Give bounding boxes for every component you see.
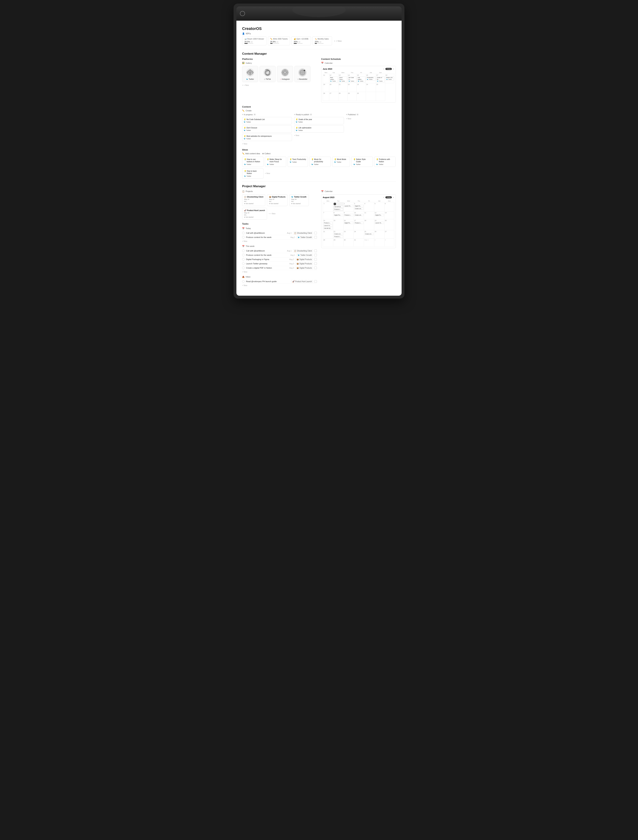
task-week-2-checkbox[interactable] — [242, 258, 245, 261]
ideas-add[interactable]: + New — [265, 168, 270, 179]
june-today-badge[interactable]: Today — [385, 68, 392, 70]
platform-twitter-icon — [245, 68, 255, 77]
platform-tiktok-icon — [263, 68, 272, 77]
idea-card-3[interactable]: 💡 Music for productivity 🐦Twitter — [310, 157, 331, 167]
kpi-card-2[interactable]: 💰 Earn +10.000$ 35% — — [291, 36, 311, 46]
published-add[interactable]: + New — [346, 117, 396, 120]
task-inbox-0-done[interactable] — [314, 280, 317, 283]
task-week-3-project[interactable]: 📦 Digital Products — [295, 263, 313, 265]
task-week-4-done[interactable] — [314, 267, 317, 269]
idea-card-7[interactable]: 💡 How to learn Notion 🐦Twitter — [242, 168, 264, 179]
task-week-3-project-icon: 📦 — [297, 263, 299, 265]
projects-add[interactable]: ++ New — [269, 208, 275, 220]
kpi-card-3-icon: 🏷️ — [315, 38, 317, 40]
platform-twitter-name: 🐦 Twitter — [244, 78, 256, 80]
task-week-2-project[interactable]: 📦 Digital Products — [295, 258, 313, 261]
task-week-3-done[interactable] — [314, 263, 317, 265]
project-card-3[interactable]: 🚀 Product Hunt Launch May 29 0% ● Not st… — [242, 208, 267, 220]
task-week-3[interactable]: Launch Twitter giveaway Aug 3 📦 Digital … — [242, 262, 317, 266]
task-today-0-done[interactable] — [314, 232, 317, 234]
june-week-1: 11 12Best websi...🐦Twitter 13Don't Snoo.… — [323, 74, 394, 83]
task-week-0-project[interactable]: 📋 Ghostwriting Client — [293, 250, 313, 252]
idea-card-0[interactable]: 💡 How to use buttons in Notion 🐦Twitter — [242, 157, 264, 167]
in-progress-add[interactable]: + New — [242, 142, 292, 146]
task-today-1-project[interactable]: 🐦 Twitter Growth — [297, 236, 313, 239]
task-today-1-right: Aug 1 🐦 Twitter Growth — [291, 236, 317, 239]
task-today-1-checkbox[interactable] — [242, 236, 245, 239]
task-today-1[interactable]: Produce content for the week Aug 1 🐦 Twi… — [242, 235, 317, 240]
platforms-add-button[interactable]: + + New — [242, 84, 249, 87]
project-1-status: ● Not started — [269, 203, 286, 204]
board-card-4[interactable]: 💡 Life optimization 🐦 Twitter — [294, 125, 344, 133]
task-week-4-project[interactable]: 📦 Digital Products — [295, 267, 313, 269]
project-card-1[interactable]: 📦 Digital Products May 25 0% ● Not start… — [267, 194, 287, 206]
kpi-card-2-icon: 💰 — [294, 38, 296, 40]
june-next-button[interactable]: › — [393, 68, 394, 70]
task-week-4-checkbox[interactable] — [242, 267, 245, 269]
task-inbox-0[interactable]: Read @notionpez PH launch guide 🚀 Produc… — [242, 280, 317, 284]
idea-card-4[interactable]: 💡 Monk Mode 🐦Twitter — [332, 157, 350, 167]
collect-btn[interactable]: ⊕ Collect — [262, 152, 270, 155]
task-week-0-done[interactable] — [314, 250, 317, 252]
task-week-1-checkbox[interactable] — [242, 254, 245, 256]
idea-card-2[interactable]: 💡 Toxic Productivity 🐦Twitter — [288, 157, 308, 167]
board-col-published-header: = Published 0 — [346, 114, 396, 115]
gallery-header[interactable]: 🖼️ Gallery — [242, 62, 317, 64]
august-calendar-header-label: 📅 Calendar — [321, 190, 396, 193]
task-week-1[interactable]: Produce content for the week Aug 1 🐦 Twi… — [242, 253, 317, 257]
platform-newsletter[interactable]: □ Newsletter — [294, 66, 311, 82]
task-today-1-title: Produce content for the week — [246, 236, 272, 238]
task-inbox-0-checkbox[interactable] — [242, 280, 245, 283]
kpi-add-button[interactable]: + + New — [333, 36, 342, 46]
task-week-4[interactable]: Create a digital PDF in Notion Aug 3 📦 D… — [242, 266, 317, 270]
inbox-tasks-add[interactable]: + New — [242, 284, 317, 287]
idea-card-6[interactable]: 💡 Problems with Notion 🐦Twitter — [374, 157, 396, 167]
card-1-icon: 💡 — [244, 127, 246, 129]
week-tasks-add[interactable]: + New — [242, 270, 317, 274]
ideas-title: Ideas — [242, 149, 396, 151]
task-inbox-0-right: 🚀 Product Hunt Launch — [291, 280, 317, 283]
task-today-0[interactable]: Call with @sahlbloom Aug 1 📋 Ghostwritin… — [242, 231, 317, 235]
project-card-2[interactable]: 🐦 Twitter Growth May 28 0% ● Not started — [289, 194, 309, 206]
idea-2-title: 💡 Toxic Productivity — [290, 158, 306, 160]
task-week-0-checkbox[interactable] — [242, 250, 245, 252]
aug-cell-25: 25Create a di... — [364, 230, 374, 239]
board-card-3[interactable]: 💡 Goals of the year 🐦 Twitter — [294, 117, 344, 124]
content-board-header[interactable]: ✏️ Create — [242, 109, 396, 112]
task-week-2[interactable]: Digital Packaging in Figma Aug 2 📦 Digit… — [242, 257, 317, 262]
kpi-section-header[interactable]: 👤 KPI's — [242, 32, 396, 35]
kpi-card-3[interactable]: 🏷️ Monthly Sales 25% — — [313, 36, 332, 46]
today-tasks-add[interactable]: + New — [242, 240, 317, 243]
aug-next-button[interactable]: › — [393, 196, 394, 199]
platform-instagram[interactable]: □ Instagram — [277, 66, 293, 82]
board-card-1[interactable]: 💡 Don't Snooze 🐦 Twitter — [242, 125, 292, 133]
platform-twitter[interactable]: 🐦 Twitter — [242, 66, 258, 82]
kpi-card-0[interactable]: 📊 Reach 1000 Follower 34.5% — — [242, 36, 267, 46]
board-card-2[interactable]: 💡 Best websites for entrepreneurs 🐦 Twit… — [242, 134, 292, 141]
kpi-card-1[interactable]: ✏️ Write 2000 Tweets 26.8% — — [268, 36, 290, 46]
idea-5-title: 💡 Notion Style Guide — [353, 158, 371, 163]
task-week-0[interactable]: Call with @sahlbloom Aug 1 📋 Ghostwritin… — [242, 249, 317, 253]
board-card-0[interactable]: 💡 No Code Substack List 🐦 Twitter — [242, 117, 292, 124]
task-week-1-done[interactable] — [314, 254, 317, 256]
platform-tiktok[interactable]: □ TikTok — [259, 66, 276, 82]
ready-add[interactable]: + New — [294, 134, 344, 137]
idea-card-5[interactable]: 💡 Notion Style Guide 🐦Twitter — [351, 157, 373, 167]
task-today-0-checkbox[interactable] — [242, 232, 245, 234]
task-week-2-done[interactable] — [314, 258, 317, 261]
task-week-1-project[interactable]: 🐦 Twitter Growth — [297, 254, 313, 256]
idea-card-1[interactable]: 💡 Better Sleep for more Focus 🐦Twitter — [265, 157, 286, 167]
task-week-3-checkbox[interactable] — [242, 263, 245, 265]
aug-today-badge[interactable]: Today — [385, 196, 392, 198]
aug-prev-button[interactable]: ‹ — [383, 196, 385, 199]
task-today-1-done[interactable] — [314, 236, 317, 239]
task-inbox-0-project[interactable]: 🚀 Product Hunt Launch — [291, 280, 313, 283]
june-day-mon: Mon — [323, 71, 329, 74]
task-today-0-project[interactable]: 📋 Ghostwriting Client — [293, 232, 313, 234]
projects-label: Projects — [246, 190, 253, 192]
card-1-tag-icon: 🐦 — [244, 130, 246, 131]
add-content-idea-btn[interactable]: ✏️ Add content idea — [242, 152, 260, 155]
projects-header[interactable]: 📋 Projects — [242, 190, 317, 193]
project-card-0[interactable]: 📋 Ghostwriting Client May 15 0% ● Not st… — [242, 194, 265, 206]
june-prev-button[interactable]: ‹ — [383, 68, 385, 70]
